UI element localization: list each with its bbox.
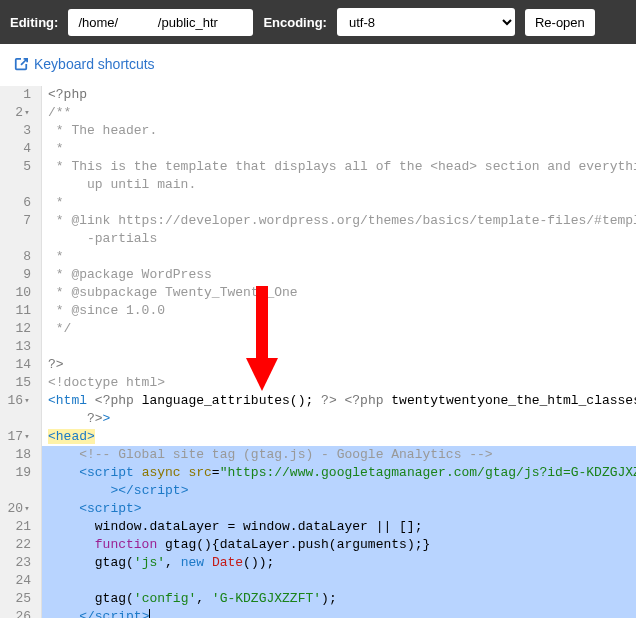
fold-icon[interactable]: ▾ <box>23 104 31 122</box>
path-input[interactable] <box>68 9 253 36</box>
line-number: 4 <box>6 140 31 158</box>
line-number: 21 <box>6 518 31 536</box>
line-number: 7 <box>6 212 31 230</box>
line-number <box>6 230 31 248</box>
fold-icon[interactable]: ▾ <box>23 500 31 518</box>
line-number: 22 <box>6 536 31 554</box>
code-editor[interactable]: 12▾345678910111213141516▾17▾181920▾21222… <box>0 86 636 618</box>
external-link-icon <box>14 57 28 71</box>
line-number: 25 <box>6 590 31 608</box>
editor-toolbar: Editing: Encoding: utf-8 Re-open <box>0 0 636 44</box>
line-number <box>6 176 31 194</box>
shortcuts-row: Keyboard shortcuts <box>0 44 636 86</box>
keyboard-shortcuts-link[interactable]: Keyboard shortcuts <box>14 56 155 72</box>
shortcuts-link-text: Keyboard shortcuts <box>34 56 155 72</box>
line-gutter: 12▾345678910111213141516▾17▾181920▾21222… <box>0 86 42 618</box>
line-number <box>6 482 31 500</box>
line-number: 12 <box>6 320 31 338</box>
line-number: 1 <box>6 86 31 104</box>
line-number: 17▾ <box>6 428 31 446</box>
line-number: 20▾ <box>6 500 31 518</box>
line-number: 16▾ <box>6 392 31 410</box>
encoding-label: Encoding: <box>263 15 327 30</box>
line-number: 5 <box>6 158 31 176</box>
line-number: 13 <box>6 338 31 356</box>
code-area[interactable]: <?php /** * The header. * * This is the … <box>42 86 636 618</box>
line-number: 11 <box>6 302 31 320</box>
line-number: 8 <box>6 248 31 266</box>
line-number: 2▾ <box>6 104 31 122</box>
line-number: 19 <box>6 464 31 482</box>
fold-icon[interactable]: ▾ <box>23 428 31 446</box>
line-number: 15 <box>6 374 31 392</box>
line-number: 18 <box>6 446 31 464</box>
reopen-button[interactable]: Re-open <box>525 9 595 36</box>
line-number <box>6 410 31 428</box>
line-number: 14 <box>6 356 31 374</box>
fold-icon[interactable]: ▾ <box>23 392 31 410</box>
line-number: 24 <box>6 572 31 590</box>
line-number: 26 <box>6 608 31 618</box>
line-number: 10 <box>6 284 31 302</box>
line-number: 9 <box>6 266 31 284</box>
editing-label: Editing: <box>10 15 58 30</box>
line-number: 6 <box>6 194 31 212</box>
line-number: 3 <box>6 122 31 140</box>
encoding-select[interactable]: utf-8 <box>337 8 515 36</box>
line-number: 23 <box>6 554 31 572</box>
